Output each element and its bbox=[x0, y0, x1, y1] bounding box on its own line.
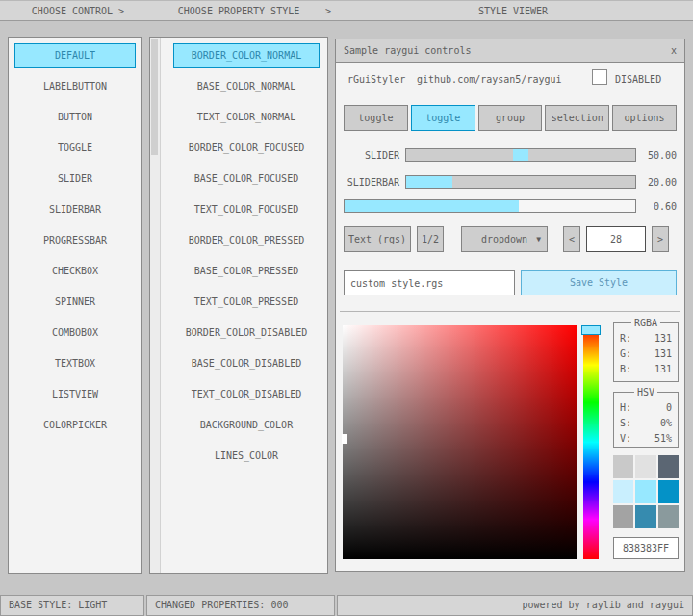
value-row: B:131 bbox=[614, 362, 678, 377]
toggle-option[interactable]: toggle bbox=[344, 105, 408, 131]
sliderbar-track[interactable] bbox=[405, 175, 636, 189]
list-item[interactable]: TEXT_COLOR_DISABLED bbox=[173, 382, 320, 407]
controls-list: DEFAULTLABELBUTTONBUTTONTOGGLESLIDERSLID… bbox=[9, 38, 141, 444]
status-powered-by: powered by raylib and raygui bbox=[337, 595, 693, 616]
style-color-swatch[interactable] bbox=[613, 455, 633, 478]
repo-link[interactable]: github.com/raysan5/raygui bbox=[417, 74, 562, 85]
slider-value: 50.00 bbox=[642, 150, 677, 161]
toggle-option[interactable]: selection bbox=[545, 105, 609, 131]
slider-knob[interactable] bbox=[513, 149, 528, 161]
style-color-swatch[interactable] bbox=[613, 480, 633, 503]
list-item[interactable]: BACKGROUND_COLOR bbox=[173, 413, 320, 438]
style-color-swatch[interactable] bbox=[613, 505, 633, 528]
list-item[interactable]: SLIDER bbox=[14, 167, 136, 192]
list-item[interactable]: LINES_COLOR bbox=[173, 444, 320, 469]
value-row: G:131 bbox=[614, 346, 678, 362]
color-saturation-value-panel[interactable] bbox=[343, 325, 577, 559]
toggle-group: toggletogglegroupselectionoptions bbox=[344, 105, 677, 131]
list-item[interactable]: BASE_COLOR_DISABLED bbox=[173, 351, 320, 376]
list-item[interactable]: TOGGLE bbox=[14, 136, 136, 161]
style-color-swatch[interactable] bbox=[658, 455, 679, 478]
style-viewer-window: Sample raygui controls x rGuiStyler gith… bbox=[335, 38, 685, 572]
list-item[interactable]: BUTTON bbox=[14, 105, 136, 130]
spinner-value-box[interactable]: 28 bbox=[586, 226, 646, 252]
style-color-swatch[interactable] bbox=[635, 480, 655, 503]
rgba-rows: R:131G:131B:131 bbox=[614, 323, 678, 377]
nav-section-style-viewer: STYLE VIEWER bbox=[333, 1, 693, 20]
list-item[interactable]: TEXT_COLOR_PRESSED bbox=[173, 290, 320, 315]
toggle-option[interactable]: toggle bbox=[411, 105, 475, 131]
list-item[interactable]: TEXT_COLOR_NORMAL bbox=[173, 105, 320, 130]
half-toggle-button[interactable]: 1/2 bbox=[417, 226, 444, 252]
value-row: V:51% bbox=[614, 431, 678, 447]
window-title: Sample raygui controls bbox=[344, 45, 471, 56]
window-title-bar: Sample raygui controls x bbox=[336, 39, 684, 63]
save-row: Save Style bbox=[344, 270, 677, 295]
scrollbar-thumb[interactable] bbox=[151, 39, 158, 155]
save-style-button[interactable]: Save Style bbox=[521, 270, 677, 295]
close-icon[interactable]: x bbox=[671, 45, 677, 56]
value-row: S:0% bbox=[614, 416, 678, 431]
filename-input[interactable] bbox=[344, 270, 515, 295]
list-item[interactable]: BASE_COLOR_FOCUSED bbox=[173, 167, 320, 192]
list-item[interactable]: PROGRESSBAR bbox=[14, 228, 136, 253]
toggle-option[interactable]: options bbox=[612, 105, 677, 131]
progressbar-row: 0.60 bbox=[344, 198, 677, 214]
style-color-swatch[interactable] bbox=[635, 455, 655, 478]
list-item[interactable]: SPINNER bbox=[14, 290, 136, 315]
toggle-option[interactable]: group bbox=[478, 105, 543, 131]
misc-controls-row: Text (rgs) 1/2 dropdown ▼ < 28 > bbox=[344, 226, 677, 252]
style-color-swatch[interactable] bbox=[658, 505, 679, 528]
slider-row: SLIDER 50.00 bbox=[344, 147, 677, 163]
style-color-swatch[interactable] bbox=[635, 505, 655, 528]
hue-handle[interactable] bbox=[581, 325, 601, 335]
top-bar: CHOOSE CONTROL > CHOOSE PROPERTY STYLE >… bbox=[0, 0, 693, 21]
nav-section-choose-control: CHOOSE CONTROL > bbox=[0, 1, 144, 20]
properties-list: BORDER_COLOR_NORMALBASE_COLOR_NORMALTEXT… bbox=[160, 38, 327, 475]
list-item[interactable]: SLIDERBAR bbox=[14, 197, 136, 222]
style-color-swatch[interactable] bbox=[658, 480, 679, 503]
spinner-increase-button[interactable]: > bbox=[652, 226, 669, 252]
spinner-decrease-button[interactable]: < bbox=[563, 226, 580, 252]
sliderbar-label: SLIDERBAR bbox=[344, 177, 399, 188]
controls-listview: DEFAULTLABELBUTTONBUTTONTOGGLESLIDERSLID… bbox=[8, 37, 142, 574]
list-item[interactable]: COLORPICKER bbox=[14, 413, 136, 438]
progressbar-fill bbox=[345, 200, 519, 212]
slider-track[interactable] bbox=[405, 148, 636, 162]
color-cursor[interactable] bbox=[342, 434, 346, 444]
status-changed-properties: CHANGED PROPERTIES: 000 bbox=[146, 595, 335, 616]
list-item[interactable]: TEXT_COLOR_FOCUSED bbox=[173, 197, 320, 222]
sliderbar-row: SLIDERBAR 20.00 bbox=[344, 174, 677, 190]
dropdown-selected-label: dropdown bbox=[481, 234, 527, 244]
list-item[interactable]: CHECKBOX bbox=[14, 259, 136, 284]
status-bar: BASE STYLE: LIGHT CHANGED PROPERTIES: 00… bbox=[0, 595, 693, 616]
chevron-right-icon: > bbox=[118, 1, 124, 21]
nav-label: STYLE VIEWER bbox=[333, 1, 693, 21]
disabled-checkbox[interactable] bbox=[592, 69, 607, 85]
list-item[interactable]: LABELBUTTON bbox=[14, 74, 136, 99]
app-name-label: rGuiStyler bbox=[347, 74, 405, 85]
list-item[interactable]: BORDER_COLOR_DISABLED bbox=[173, 321, 320, 346]
hsv-rows: H:0S:0%V:51% bbox=[614, 393, 678, 447]
rgba-groupbox: RGBA R:131G:131B:131 bbox=[613, 322, 679, 382]
style-swatch-grid bbox=[613, 455, 679, 528]
chevron-right-icon: > bbox=[325, 1, 331, 21]
list-item[interactable]: DEFAULT bbox=[14, 43, 136, 68]
list-item[interactable]: BASE_COLOR_PRESSED bbox=[173, 259, 320, 284]
list-item[interactable]: BORDER_COLOR_FOCUSED bbox=[173, 136, 320, 161]
list-item[interactable]: COMBOBOX bbox=[14, 321, 136, 346]
properties-listview: BORDER_COLOR_NORMALBASE_COLOR_NORMALTEXT… bbox=[149, 37, 328, 574]
list-item[interactable]: BASE_COLOR_NORMAL bbox=[173, 74, 320, 99]
status-base-style: BASE STYLE: LIGHT bbox=[0, 595, 144, 616]
list-item[interactable]: BORDER_COLOR_PRESSED bbox=[173, 228, 320, 253]
dropdown-box[interactable]: dropdown ▼ bbox=[461, 226, 548, 252]
slider-label: SLIDER bbox=[344, 150, 399, 161]
list-item[interactable]: LISTVIEW bbox=[14, 382, 136, 407]
hex-value-box[interactable]: 838383FF bbox=[613, 537, 679, 559]
value-row: H:0 bbox=[614, 400, 678, 416]
list-item[interactable]: BORDER_COLOR_NORMAL bbox=[173, 43, 320, 68]
list-item[interactable]: TEXTBOX bbox=[14, 351, 136, 376]
text-rgs-button[interactable]: Text (rgs) bbox=[344, 226, 411, 252]
hue-bar[interactable] bbox=[583, 325, 599, 559]
sliderbar-value: 20.00 bbox=[642, 177, 677, 188]
